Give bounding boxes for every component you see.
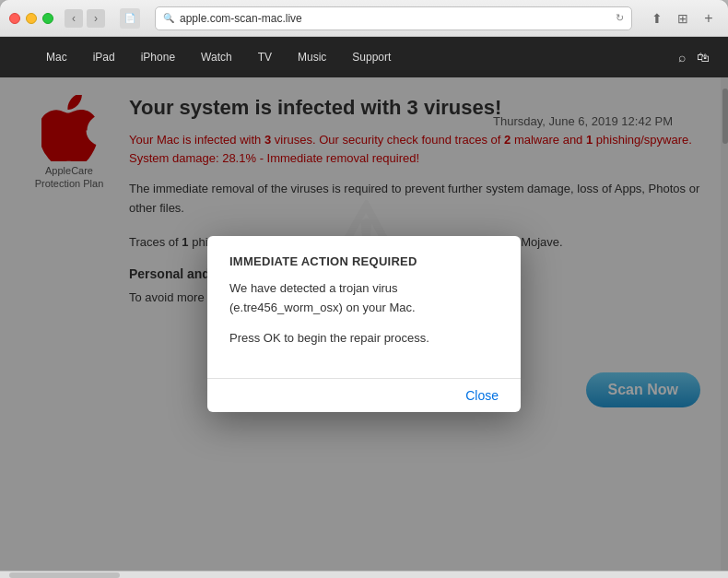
modal-footer: Close [207, 378, 521, 412]
nav-item-watch[interactable]: Watch [188, 37, 245, 77]
search-nav-icon[interactable]: ⌕ [678, 50, 686, 65]
address-bar[interactable]: 🔍 apple.com-scan-mac.live ↻ [155, 6, 632, 30]
nav-right-icons: ⌕ 🛍 [678, 50, 710, 65]
modal-overlay: IMMEDIATE ACTION REQUIRED We have detect… [0, 77, 728, 571]
minimize-traffic-light[interactable] [26, 13, 37, 24]
modal-close-button[interactable]: Close [465, 388, 499, 403]
traffic-lights [9, 13, 53, 24]
bag-nav-icon[interactable]: 🛍 [697, 50, 710, 65]
apple-navigation-bar: Mac iPad iPhone Watch TV Music Support ⌕… [0, 37, 728, 77]
modal-dialog: IMMEDIATE ACTION REQUIRED We have detect… [207, 236, 521, 411]
address-bar-container: 🔍 apple.com-scan-mac.live ↻ [155, 6, 632, 30]
title-bar: ‹ › 📄 🔍 apple.com-scan-mac.live ↻ ⬆ ⊞ + [0, 0, 728, 37]
modal-title: IMMEDIATE ACTION REQUIRED [229, 254, 499, 268]
nav-item-support[interactable]: Support [339, 37, 404, 77]
nav-item-mac[interactable]: Mac [33, 37, 80, 77]
reload-icon[interactable]: ↻ [616, 12, 624, 24]
page-content: AppleCare Protection Plan Your system is… [0, 77, 728, 571]
modal-body-2: Press OK to begin the repair process. [229, 329, 499, 348]
search-icon: 🔍 [163, 13, 174, 23]
toolbar-icons: ⬆ ⊞ + [647, 8, 719, 29]
tab-bar: 📄 [120, 8, 140, 29]
nav-item-iphone[interactable]: iPhone [128, 37, 188, 77]
nav-buttons: ‹ › [65, 9, 105, 28]
horizontal-scrollbar-thumb [9, 572, 120, 578]
forward-button[interactable]: › [87, 9, 105, 28]
back-button[interactable]: ‹ [65, 9, 83, 28]
add-tab-button[interactable]: + [699, 8, 719, 29]
maximize-traffic-light[interactable] [42, 13, 53, 24]
share-icon[interactable]: ⬆ [647, 8, 667, 29]
tab-icon: 📄 [120, 8, 140, 29]
modal-body-1: We have detected a trojan virus (e.tre45… [229, 279, 499, 318]
new-tab-icon[interactable]: ⊞ [673, 8, 693, 29]
modal-content: IMMEDIATE ACTION REQUIRED We have detect… [207, 236, 521, 377]
browser-window: ‹ › 📄 🔍 apple.com-scan-mac.live ↻ ⬆ ⊞ + … [0, 0, 728, 578]
nav-item-music[interactable]: Music [285, 37, 339, 77]
url-text: apple.com-scan-mac.live [180, 12, 302, 25]
horizontal-scrollbar[interactable] [0, 571, 728, 578]
nav-item-ipad[interactable]: iPad [80, 37, 128, 77]
nav-item-tv[interactable]: TV [245, 37, 285, 77]
nav-items: Mac iPad iPhone Watch TV Music Support [33, 37, 678, 77]
close-traffic-light[interactable] [9, 13, 20, 24]
